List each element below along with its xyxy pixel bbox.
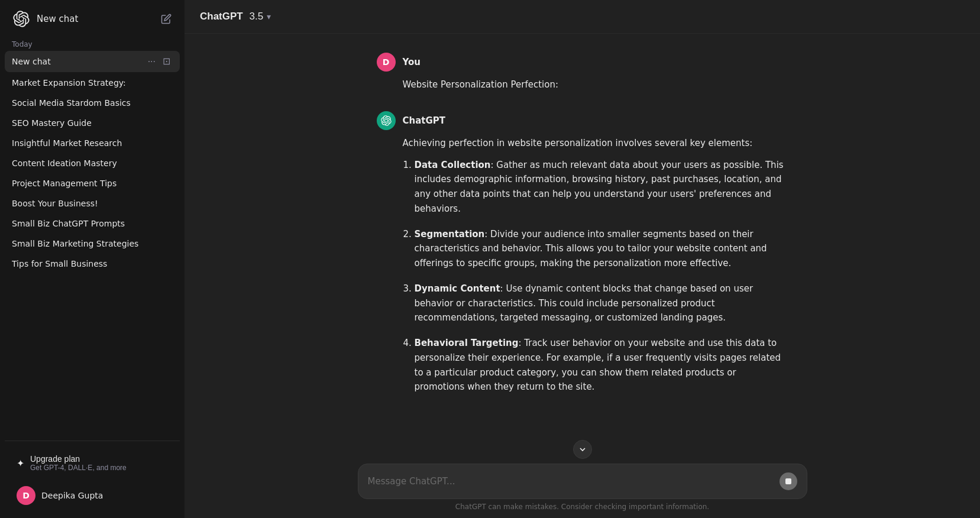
message-input[interactable] (368, 476, 772, 487)
response-list: Data Collection: Gather as much relevant… (403, 158, 788, 395)
main-content: ChatGPT 3.5 ▾ D You Website Personalizat… (185, 0, 980, 518)
sidebar: New chat Today New chat ··· ⊡ Market Exp… (0, 0, 185, 518)
sidebar-header: New chat (5, 5, 180, 33)
user-message-body: Website Personalization Perfection: (403, 77, 788, 92)
chat-more-button[interactable]: ··· (145, 56, 158, 67)
sidebar-title: New chat (37, 14, 78, 24)
upgrade-plan-button[interactable]: ✦ Upgrade plan Get GPT-4, DALL·E, and mo… (9, 448, 175, 478)
stop-button[interactable] (780, 472, 797, 490)
user-message-avatar: D (377, 53, 396, 72)
footer-note: ChatGPT can make mistakes. Consider chec… (199, 499, 966, 513)
main-header: ChatGPT 3.5 ▾ (185, 0, 980, 34)
model-name: ChatGPT (200, 11, 243, 22)
chevron-down-icon: ▾ (267, 12, 271, 21)
sidebar-footer: ✦ Upgrade plan Get GPT-4, DALL·E, and mo… (5, 441, 180, 518)
logo-icon (12, 9, 31, 28)
new-chat-edit-button[interactable] (157, 10, 175, 28)
scroll-down-button[interactable] (573, 440, 592, 459)
gpt-message: ChatGPT Achieving perfection in website … (377, 111, 788, 394)
list-item[interactable]: Market Expansion Strategy: (5, 73, 180, 92)
list-item[interactable]: Boost Your Business! (5, 194, 180, 213)
upgrade-title: Upgrade plan (30, 454, 127, 464)
chat-list: Today New chat ··· ⊡ Market Expansion St… (5, 35, 180, 441)
model-version: 3.5 (247, 11, 263, 22)
list-item[interactable]: Small Biz Marketing Strategies (5, 234, 180, 253)
input-area: ChatGPT can make mistakes. Consider chec… (185, 457, 980, 518)
chat-item-active[interactable]: New chat ··· ⊡ (5, 51, 180, 72)
gpt-message-sender: ChatGPT (403, 115, 446, 126)
list-item[interactable]: Project Management Tips (5, 174, 180, 193)
input-wrapper (358, 464, 807, 499)
chat-content: D You Website Personalization Perfection… (185, 34, 980, 457)
user-name: Deepika Gupta (41, 491, 103, 500)
user-message-sender: You (403, 57, 421, 67)
list-item: Segmentation: Divide your audience into … (415, 227, 788, 271)
list-item[interactable]: Social Media Stardom Basics (5, 93, 180, 112)
upgrade-star-icon: ✦ (17, 458, 24, 469)
user-message: D You Website Personalization Perfection… (377, 53, 788, 92)
list-item: Data Collection: Gather as much relevant… (415, 158, 788, 216)
list-item: Behavioral Targeting: Track user behavio… (415, 336, 788, 394)
upgrade-subtitle: Get GPT-4, DALL·E, and more (30, 464, 127, 472)
model-selector-button[interactable]: ChatGPT 3.5 ▾ (194, 7, 277, 26)
gpt-message-avatar (377, 111, 396, 130)
list-item[interactable]: Tips for Small Business (5, 254, 180, 273)
avatar: D (17, 486, 35, 505)
section-label-today: Today (5, 35, 180, 51)
list-item[interactable]: SEO Mastery Guide (5, 114, 180, 132)
gpt-message-body: Achieving perfection in website personal… (403, 136, 788, 394)
message-container: D You Website Personalization Perfection… (358, 53, 807, 394)
list-item[interactable]: Insightful Market Research (5, 134, 180, 153)
list-item[interactable]: Small Biz ChatGPT Prompts (5, 214, 180, 233)
list-item: Dynamic Content: Use dynamic content blo… (415, 281, 788, 325)
list-item[interactable]: Content Ideation Mastery (5, 154, 180, 173)
user-profile-row[interactable]: D Deepika Gupta (9, 480, 175, 511)
stop-icon (785, 478, 791, 484)
chat-archive-button[interactable]: ⊡ (160, 56, 173, 67)
